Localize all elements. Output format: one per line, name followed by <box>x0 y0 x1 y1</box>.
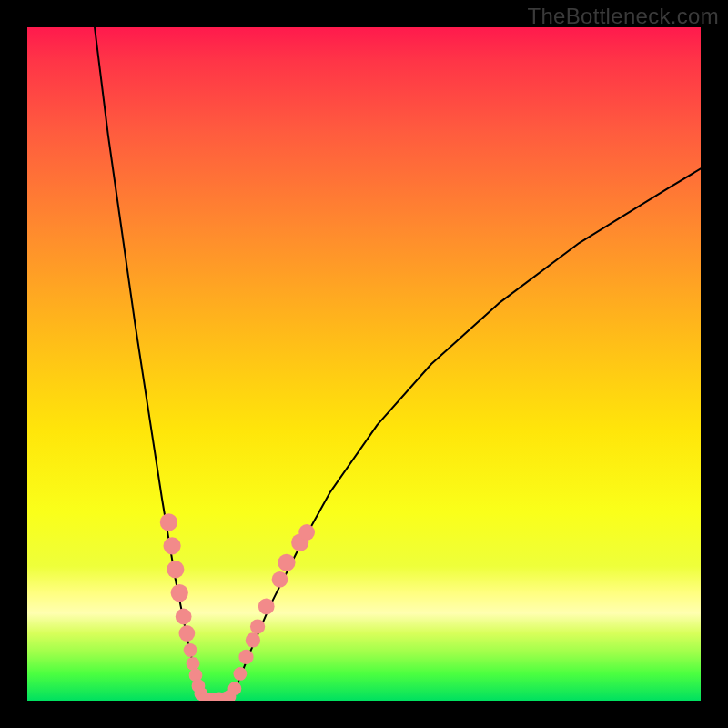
data-marker <box>163 537 180 554</box>
data-marker <box>184 643 197 657</box>
data-marker <box>278 554 295 571</box>
curve-left-branch <box>95 27 202 701</box>
data-marker <box>167 561 184 578</box>
data-marker <box>179 625 196 642</box>
chart-frame: TheBottleneck.com <box>0 0 728 728</box>
plot-area <box>27 27 701 701</box>
data-marker <box>228 682 242 695</box>
data-marker <box>298 524 315 541</box>
watermark-text: TheBottleneck.com <box>527 4 719 29</box>
chart-svg <box>27 27 701 701</box>
data-marker <box>246 632 260 647</box>
data-marker <box>238 650 253 664</box>
curve-layer <box>95 27 701 701</box>
data-marker <box>160 513 177 531</box>
marker-layer <box>160 513 315 701</box>
data-marker <box>272 571 288 588</box>
data-marker <box>176 609 192 625</box>
data-marker <box>171 584 188 602</box>
data-marker <box>187 657 200 671</box>
data-marker <box>250 619 265 633</box>
data-marker <box>258 599 275 615</box>
curve-right-branch <box>229 168 701 701</box>
data-marker <box>233 667 247 681</box>
